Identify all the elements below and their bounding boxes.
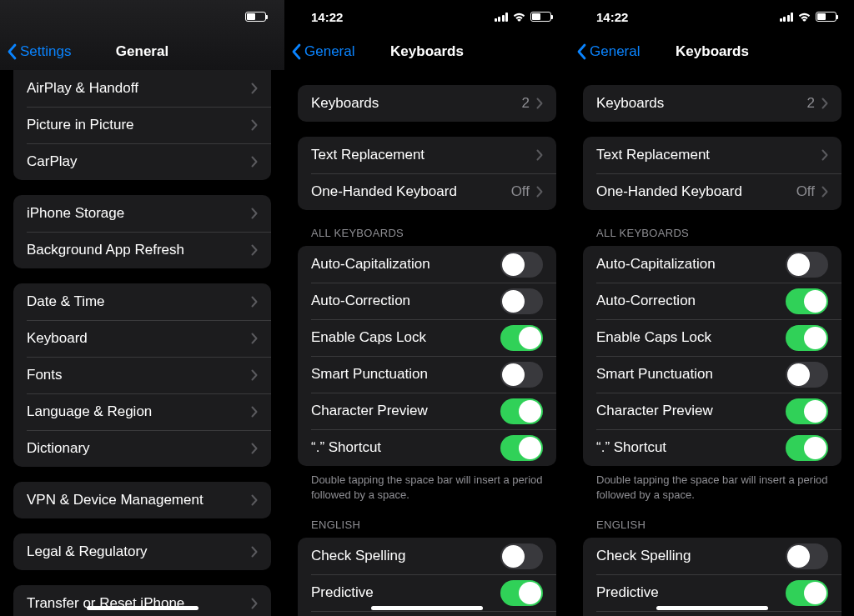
back-label: General [304,43,354,60]
toggle-smart-punctuation[interactable] [786,362,828,388]
settings-group: Auto-CapitalizationAuto-CorrectionEnable… [298,246,556,466]
row-smart-punctuation[interactable]: Smart Punctuation [298,356,556,393]
row-label: One-Handed Keyboard [311,183,511,200]
back-button[interactable]: Settings [7,43,71,60]
chevron-left-icon [291,43,301,60]
toggle-check-spelling[interactable] [500,543,543,569]
row-keyboard[interactable]: Keyboard [13,320,271,357]
section-footer: Double tapping the space bar will insert… [596,473,828,502]
toggle-predictive[interactable] [786,580,828,606]
row-check-spelling[interactable]: Check Spelling [298,538,556,574]
section-footer: Double tapping the space bar will insert… [311,473,543,502]
chevron-right-icon [251,546,258,558]
row-keyboards[interactable]: Keyboards2 [583,85,841,122]
toggle-auto-capitalization[interactable] [786,252,828,278]
home-indicator[interactable] [371,606,483,610]
toggle-enable-caps-lock[interactable] [500,325,543,351]
settings-group: Check SpellingPredictiveSlide to TypeDel… [298,538,556,616]
toggle-character-preview[interactable] [786,398,828,424]
chevron-left-icon [576,43,586,60]
chevron-right-icon [251,333,258,344]
toggle-shortcut[interactable] [500,435,543,461]
content-keyboards-b[interactable]: Keyboards2Text ReplacementOne-Handed Key… [570,70,854,616]
settings-group: Date & TimeKeyboardFontsLanguage & Regio… [13,283,271,467]
toggle-shortcut[interactable] [786,435,828,461]
toggle-smart-punctuation[interactable] [500,362,543,388]
section-header: ENGLISH [311,518,543,531]
row-date-time[interactable]: Date & Time [13,283,271,320]
row-label: Dictionary [27,440,251,457]
row-character-preview[interactable]: Character Preview [583,393,841,429]
content-keyboards-a[interactable]: Keyboards2Text ReplacementOne-Handed Key… [284,70,570,616]
row-slide-to-type[interactable]: Slide to Type [583,611,841,616]
settings-group: Keyboards2 [298,85,556,122]
row-shortcut[interactable]: “.” Shortcut [298,429,556,466]
row-keyboards[interactable]: Keyboards2 [298,85,556,122]
row-language-region[interactable]: Language & Region [13,393,271,430]
row-fonts[interactable]: Fonts [13,357,271,393]
row-label: Check Spelling [596,548,786,564]
row-one-handed-keyboard[interactable]: One-Handed KeyboardOff [583,173,841,210]
row-auto-capitalization[interactable]: Auto-Capitalization [583,246,841,283]
section-header: ALL KEYBOARDS [311,227,543,239]
row-picture-in-picture[interactable]: Picture in Picture [13,107,271,143]
row-shortcut[interactable]: “.” Shortcut [583,429,841,466]
chevron-right-icon [536,149,543,161]
row-transfer-or-reset-iphone[interactable]: Transfer or Reset iPhone [13,585,271,616]
row-label: Auto-Capitalization [311,256,500,273]
chevron-right-icon [821,186,828,198]
cellular-icon [780,13,794,22]
home-indicator[interactable] [656,606,768,610]
row-text-replacement[interactable]: Text Replacement [583,137,841,173]
row-label: Predictive [311,584,500,601]
row-label: “.” Shortcut [311,439,500,456]
chevron-right-icon [251,208,258,219]
row-background-app-refresh[interactable]: Background App Refresh [13,232,271,268]
content-general[interactable]: AirPlay & HandoffPicture in PictureCarPl… [0,70,284,616]
toggle-enable-caps-lock[interactable] [786,325,828,351]
row-label: Character Preview [311,403,500,419]
status-bar: 14:22 [284,0,570,33]
row-one-handed-keyboard[interactable]: One-Handed KeyboardOff [298,173,556,210]
home-indicator[interactable] [87,606,198,610]
row-check-spelling[interactable]: Check Spelling [583,538,841,574]
status-time: 14:22 [596,10,628,24]
nav-bar: Settings General [0,33,284,70]
row-label: Check Spelling [311,548,500,564]
row-legal-regulatory[interactable]: Legal & Regulatory [13,533,271,570]
back-button[interactable]: General [291,43,354,60]
toggle-character-preview[interactable] [500,398,543,424]
row-label: Text Replacement [596,147,821,163]
row-label: One-Handed Keyboard [596,183,796,200]
row-character-preview[interactable]: Character Preview [298,393,556,429]
row-vpn-device-management[interactable]: VPN & Device Management [13,482,271,518]
row-smart-punctuation[interactable]: Smart Punctuation [583,356,841,393]
row-label: VPN & Device Management [27,492,251,508]
chevron-right-icon [251,369,258,381]
row-label: Auto-Correction [596,293,786,309]
row-enable-caps-lock[interactable]: Enable Caps Lock [583,319,841,356]
toggle-auto-correction[interactable] [500,288,543,314]
chevron-right-icon [251,598,258,609]
row-text-replacement[interactable]: Text Replacement [298,137,556,173]
toggle-auto-correction[interactable] [786,288,828,314]
row-auto-capitalization[interactable]: Auto-Capitalization [298,246,556,283]
row-auto-correction[interactable]: Auto-Correction [583,283,841,319]
row-carplay[interactable]: CarPlay [13,143,271,180]
battery-icon [245,12,266,22]
row-label: Keyboards [311,95,522,112]
row-enable-caps-lock[interactable]: Enable Caps Lock [298,319,556,356]
row-auto-correction[interactable]: Auto-Correction [298,283,556,319]
toggle-check-spelling[interactable] [786,543,828,569]
back-button[interactable]: General [576,43,640,60]
row-label: Smart Punctuation [596,366,786,383]
row-airplay-handoff[interactable]: AirPlay & Handoff [13,70,271,107]
row-iphone-storage[interactable]: iPhone Storage [13,195,271,232]
toggle-predictive[interactable] [500,580,543,606]
battery-icon [816,12,836,22]
row-slide-to-type[interactable]: Slide to Type [298,611,556,616]
row-dictionary[interactable]: Dictionary [13,430,271,467]
phone-general: 14:22 Settings General AirPlay & Handoff… [0,0,284,616]
toggle-auto-capitalization[interactable] [500,252,543,278]
row-label: Language & Region [27,403,251,420]
